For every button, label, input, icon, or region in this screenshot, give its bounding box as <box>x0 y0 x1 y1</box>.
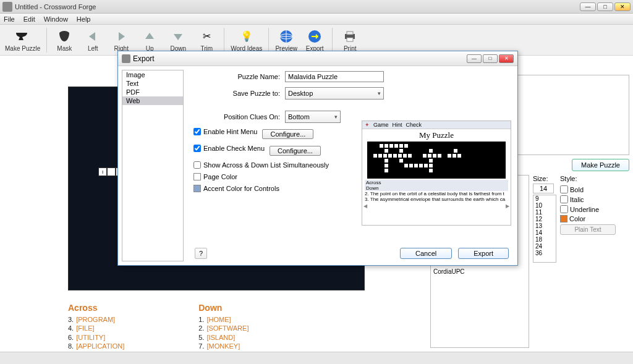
plain-text-button[interactable]: Plain Text <box>560 224 616 235</box>
preview-button[interactable]: Preview <box>275 28 297 52</box>
maximize-button[interactable]: □ <box>597 2 613 11</box>
clue-item[interactable]: 2.[SOFTWARE] <box>198 324 249 332</box>
svg-rect-5 <box>347 38 353 41</box>
arrow-right-icon <box>113 28 129 44</box>
arrow-left-icon <box>85 28 101 44</box>
position-select[interactable]: Bottom <box>285 111 341 123</box>
window-title: Untitled - Crossword Forge <box>15 3 580 11</box>
close-button[interactable]: ✕ <box>614 2 631 11</box>
menu-edit[interactable]: Edit <box>23 15 35 23</box>
underline-checkbox[interactable]: Underline <box>560 205 616 213</box>
print-button[interactable]: Print <box>339 28 361 52</box>
right-button[interactable]: Right <box>110 28 132 52</box>
clue-item[interactable]: 5.[ISLAND] <box>198 333 249 342</box>
clue-item[interactable]: 7.[MONKEY] <box>198 342 249 350</box>
dialog-minimize-button[interactable]: — <box>467 54 482 63</box>
export-dialog: Export — □ ✕ Image Text PDF Web Puzzle N… <box>117 51 518 266</box>
arrow-up-icon <box>142 28 158 44</box>
trim-button[interactable]: ✂Trim <box>195 28 218 52</box>
app-icon <box>2 2 12 12</box>
save-to-select[interactable]: Desktop <box>285 87 384 99</box>
arrow-down-icon <box>170 28 186 44</box>
export-confirm-button[interactable]: Export <box>458 248 509 259</box>
size-input[interactable] <box>533 184 554 193</box>
color-checkbox[interactable]: Color <box>560 215 616 222</box>
configure-check-button[interactable]: Configure... <box>270 146 321 156</box>
titlebar: Untitled - Crossword Forge — □ ✕ <box>0 0 633 14</box>
dialog-close-button[interactable]: ✕ <box>499 54 514 63</box>
web-preview: ✦GameHintCheck My Puzzle Across Down 2. … <box>362 121 511 226</box>
clue-item[interactable]: 6.[UTILITY] <box>68 333 124 342</box>
globe-icon <box>278 28 294 44</box>
export-button[interactable]: Export <box>304 28 326 52</box>
puzzle-name-input[interactable] <box>285 71 384 82</box>
size-label: Size: <box>533 175 556 182</box>
mask-icon <box>56 28 72 44</box>
make-puzzle-button[interactable]: Make Puzzle <box>5 28 40 52</box>
clue-item[interactable]: 8.[APPLICATION] <box>68 342 124 350</box>
enable-hint-checkbox[interactable]: Enable Hint Menu <box>193 128 257 135</box>
word-ideas-button[interactable]: 💡Word Ideas <box>231 28 262 52</box>
dialog-maximize-button[interactable]: □ <box>483 54 498 63</box>
menu-file[interactable]: File <box>4 15 15 23</box>
svg-rect-4 <box>347 32 353 35</box>
italic-checkbox[interactable]: Italic <box>560 195 616 203</box>
up-button[interactable]: Up <box>138 28 161 52</box>
help-button[interactable]: ? <box>195 248 207 259</box>
minimize-button[interactable]: — <box>580 2 596 11</box>
export-dialog-title: Export <box>133 54 467 63</box>
anvil-icon <box>15 28 31 44</box>
down-header: Down <box>198 303 249 313</box>
bold-checkbox[interactable]: Bold <box>560 185 616 193</box>
printer-icon <box>342 28 358 44</box>
cancel-button[interactable]: Cancel <box>400 248 452 259</box>
size-list[interactable]: 91011 121314 182436 <box>533 195 556 263</box>
scissors-icon: ✂ <box>198 28 215 44</box>
export-dialog-icon <box>122 54 130 63</box>
across-header: Across <box>68 303 124 313</box>
position-label: Position Clues On: <box>193 113 280 121</box>
save-to-label: Save Puzzle to: <box>193 90 280 97</box>
configure-hint-button[interactable]: Configure... <box>262 129 313 139</box>
globe-arrow-icon <box>307 28 323 44</box>
make-puzzle-side-button[interactable]: Make Puzzle <box>572 159 629 171</box>
menu-bar: File Edit Window Help <box>0 14 633 25</box>
down-button[interactable]: Down <box>167 28 189 52</box>
puzzle-name-label: Puzzle Name: <box>193 73 280 80</box>
clue-area: Across 3.[PROGRAM] 4.[FILE] 6.[UTILITY] … <box>68 303 249 352</box>
bulb-icon: 💡 <box>239 28 255 44</box>
enable-check-checkbox[interactable]: Enable Check Menu <box>193 145 265 152</box>
style-label: Style: <box>560 175 616 182</box>
clue-item[interactable]: 1.[HOME] <box>198 315 249 324</box>
menu-window[interactable]: Window <box>44 15 68 23</box>
left-button[interactable]: Left <box>82 28 104 52</box>
mask-button[interactable]: Mask <box>53 28 75 52</box>
clue-item[interactable]: 3.[PROGRAM] <box>68 315 124 324</box>
export-format-list[interactable]: Image Text PDF Web <box>122 70 184 261</box>
clue-item[interactable]: 4.[FILE] <box>68 324 124 332</box>
menu-help[interactable]: Help <box>77 15 91 23</box>
status-bar <box>0 352 633 364</box>
